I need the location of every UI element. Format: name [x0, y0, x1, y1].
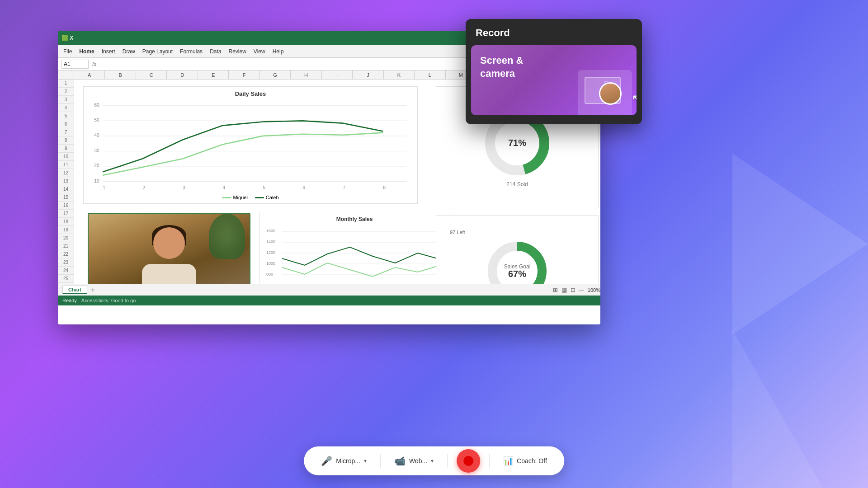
- col-C[interactable]: C: [136, 70, 167, 79]
- ribbon-home[interactable]: Home: [79, 48, 94, 55]
- status-ready: Ready: [62, 298, 77, 303]
- cell-reference[interactable]: [61, 60, 89, 69]
- svg-text:1600: 1600: [266, 229, 275, 233]
- legend-caleb: Caleb: [255, 195, 279, 200]
- row-10[interactable]: 10: [58, 153, 74, 161]
- row-2[interactable]: 2: [58, 88, 74, 96]
- cursor-arrow-icon: ↖: [632, 91, 637, 106]
- add-sheet-button[interactable]: +: [89, 286, 97, 294]
- svg-text:30: 30: [94, 148, 99, 153]
- col-J[interactable]: J: [353, 70, 383, 79]
- ribbon-view[interactable]: View: [254, 48, 265, 55]
- sheet-tabs-bar[interactable]: Chart + ⊞ ▦ ⊡ — 100%: [58, 284, 600, 296]
- row-17[interactable]: 17: [58, 210, 74, 218]
- preview-person-badge: [599, 82, 622, 105]
- row-19[interactable]: 19: [58, 226, 74, 234]
- col-L[interactable]: L: [415, 70, 445, 79]
- fx-symbol: fx: [92, 61, 96, 67]
- row-8[interactable]: 8: [58, 136, 74, 145]
- webcam-control[interactable]: 📹 Web... ▾: [390, 453, 438, 469]
- person-head: [153, 227, 185, 259]
- screen-camera-option[interactable]: Screen & camera — □ ↖: [471, 45, 637, 115]
- microphone-chevron-icon[interactable]: ▾: [364, 458, 367, 464]
- row-9[interactable]: 9: [58, 145, 74, 153]
- col-B[interactable]: B: [105, 70, 136, 79]
- legend-miguel: Miguel: [222, 195, 247, 200]
- row-13[interactable]: 13: [58, 177, 74, 185]
- row-25[interactable]: 25: [58, 275, 74, 283]
- toolbar-divider-2: [447, 454, 448, 468]
- ribbon-help[interactable]: Help: [273, 48, 284, 55]
- row-numbers: 1 2 3 4 5 6 7 8 9 10 11 12 13 14 15 16 1…: [58, 80, 74, 305]
- svg-text:1200: 1200: [266, 250, 275, 255]
- row-1[interactable]: 1: [58, 80, 74, 88]
- ribbon-file[interactable]: File: [63, 48, 72, 55]
- ribbon-draw[interactable]: Draw: [123, 48, 135, 55]
- ribbon-insert[interactable]: Insert: [102, 48, 115, 55]
- view-normal-icon[interactable]: ⊞: [553, 286, 558, 293]
- col-I[interactable]: I: [322, 70, 353, 79]
- col-F[interactable]: F: [229, 70, 259, 79]
- svg-text:800: 800: [266, 272, 273, 277]
- svg-text:5: 5: [263, 185, 265, 190]
- daily-sales-title: Daily Sales: [84, 90, 417, 97]
- svg-text:20: 20: [94, 163, 99, 168]
- bg-decoration-bottom: [732, 330, 823, 488]
- ribbon-data[interactable]: Data: [210, 48, 221, 55]
- view-layout-icon[interactable]: ⊡: [571, 286, 576, 293]
- status-bar: Ready Accessibility: Good to go: [58, 296, 600, 305]
- record-panel[interactable]: Record Screen & camera — □ ↖: [466, 19, 642, 124]
- row-21[interactable]: 21: [58, 242, 74, 250]
- preview-screen-container: — □: [585, 77, 625, 108]
- row-11[interactable]: 11: [58, 161, 74, 169]
- row-5[interactable]: 5: [58, 112, 74, 120]
- view-page-break-icon[interactable]: ▦: [561, 286, 567, 293]
- row-14[interactable]: 14: [58, 185, 74, 193]
- coach-control[interactable]: 📊 Coach: Off: [499, 453, 552, 469]
- legend-miguel-label: Miguel: [233, 195, 247, 200]
- row-23[interactable]: 23: [58, 258, 74, 267]
- col-D[interactable]: D: [167, 70, 198, 79]
- excel-logo: 🟩 X: [61, 35, 73, 41]
- col-K[interactable]: K: [384, 70, 415, 79]
- row-16[interactable]: 16: [58, 202, 74, 210]
- accessibility-status[interactable]: Accessibility: Good to go: [81, 298, 136, 303]
- ribbon-review[interactable]: Review: [228, 48, 246, 55]
- col-E[interactable]: E: [198, 70, 229, 79]
- svg-text:1000: 1000: [266, 261, 275, 266]
- row-3[interactable]: 3: [58, 96, 74, 104]
- monthly-sales-title: Monthly Sales: [260, 216, 449, 222]
- toolbar-divider-3: [489, 454, 490, 468]
- microphone-control[interactable]: 🎤 Microp... ▾: [316, 453, 371, 469]
- preview-person-face: [600, 84, 620, 103]
- svg-text:67%: 67%: [508, 269, 526, 279]
- daily-sales-svg: 60 50 40 30 20 10: [84, 97, 417, 197]
- svg-text:10: 10: [94, 178, 99, 183]
- row-7[interactable]: 7: [58, 128, 74, 136]
- coach-label: Coach: Off: [517, 457, 547, 465]
- col-A[interactable]: A: [74, 70, 105, 79]
- svg-text:1400: 1400: [266, 239, 275, 244]
- row-22[interactable]: 22: [58, 250, 74, 258]
- row-20[interactable]: 20: [58, 234, 74, 242]
- row-24[interactable]: 24: [58, 267, 74, 275]
- record-panel-title: Record: [476, 27, 632, 39]
- row-15[interactable]: 15: [58, 193, 74, 202]
- ribbon-page-layout[interactable]: Page Layout: [142, 48, 173, 55]
- microphone-icon: 🎤: [321, 455, 332, 466]
- row-12[interactable]: 12: [58, 169, 74, 177]
- col-H[interactable]: H: [291, 70, 321, 79]
- zoom-level: 100%: [588, 287, 600, 293]
- row-4[interactable]: 4: [58, 104, 74, 112]
- svg-text:3: 3: [183, 185, 185, 190]
- legend-miguel-dot: [222, 197, 231, 198]
- bottom-toolbar: 🎤 Microp... ▾ 📹 Web... ▾ 📊 Coach: Off: [304, 446, 564, 475]
- svg-text:8: 8: [383, 185, 386, 190]
- ribbon-formulas[interactable]: Formulas: [180, 48, 203, 55]
- record-button[interactable]: [457, 449, 480, 473]
- sheet-tab-chart[interactable]: Chart: [62, 286, 87, 294]
- row-6[interactable]: 6: [58, 120, 74, 128]
- col-G[interactable]: G: [260, 70, 291, 79]
- row-18[interactable]: 18: [58, 218, 74, 226]
- webcam-chevron-icon[interactable]: ▾: [431, 458, 434, 464]
